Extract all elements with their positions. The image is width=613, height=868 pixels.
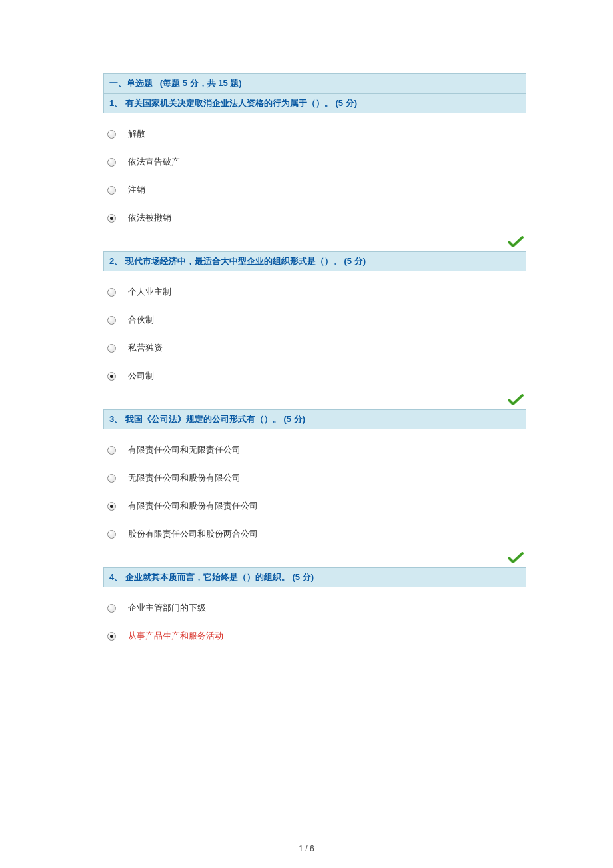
question-number: 3、: [109, 414, 123, 424]
question-number: 2、: [109, 256, 123, 266]
section-label-prefix: 一、单选题: [109, 78, 153, 88]
page: 一、单选题 (每题 5 分，共 15 题) 1、 有关国家机关决定取消企业法人资…: [0, 0, 613, 868]
option-label: 私营独资: [128, 342, 163, 354]
question-number: 4、: [109, 572, 123, 582]
option-row: 依法被撤销: [103, 204, 526, 232]
options-list: 企业主管部门的下级从事产品生产和服务活动: [103, 587, 526, 650]
options-list: 有限责任公司和无限责任公司无限责任公司和股份有限公司有限责任公司和股份有限责任公…: [103, 429, 526, 548]
radio-button[interactable]: [107, 344, 116, 353]
radio-button[interactable]: [107, 288, 116, 297]
question-score: (5 分): [335, 98, 357, 108]
question-header: 4、 企业就其本质而言，它始终是（）的组织。 (5 分): [103, 567, 526, 587]
option-row: 依法宣告破产: [103, 148, 526, 176]
radio-button[interactable]: [107, 158, 116, 167]
option-label: 依法被撤销: [128, 212, 171, 224]
option-row: 合伙制: [103, 306, 526, 334]
result-row: [103, 232, 526, 251]
checkmark-icon: [508, 556, 524, 566]
option-row: 公司制: [103, 362, 526, 390]
radio-button[interactable]: [107, 530, 116, 539]
option-label: 有限责任公司和无限责任公司: [128, 444, 241, 456]
radio-button[interactable]: [107, 502, 116, 511]
question-score: (5 分): [283, 414, 305, 424]
radio-button[interactable]: [107, 214, 116, 223]
checkmark-icon: [508, 398, 524, 408]
question-header: 3、 我国《公司法》规定的公司形式有（）。 (5 分): [103, 409, 526, 429]
radio-button[interactable]: [107, 186, 116, 195]
option-label: 注销: [128, 184, 145, 196]
option-row: 企业主管部门的下级: [103, 594, 526, 622]
option-row: 解散: [103, 120, 526, 148]
option-label: 依法宣告破产: [128, 156, 180, 168]
question-text: 现代市场经济中，最适合大中型企业的组织形式是（）。: [125, 256, 342, 266]
options-list: 解散依法宣告破产注销依法被撤销: [103, 113, 526, 232]
checkmark-icon: [508, 240, 524, 250]
question-text: 我国《公司法》规定的公司形式有（）。: [125, 414, 281, 424]
option-row: 私营独资: [103, 334, 526, 362]
option-row: 个人业主制: [103, 278, 526, 306]
page-number: 1 / 6: [0, 844, 613, 853]
option-label: 合伙制: [128, 314, 154, 326]
section-label-detail: (每题 5 分，共 15 题): [160, 78, 242, 88]
option-row: 股份有限责任公司和股份两合公司: [103, 520, 526, 548]
question-score: (5 分): [292, 572, 314, 582]
radio-button[interactable]: [107, 316, 116, 325]
content-area: 一、单选题 (每题 5 分，共 15 题) 1、 有关国家机关决定取消企业法人资…: [103, 73, 526, 650]
option-label: 解散: [128, 128, 145, 140]
radio-button[interactable]: [107, 372, 116, 381]
option-row: 注销: [103, 176, 526, 204]
radio-button[interactable]: [107, 474, 116, 483]
option-row: 有限责任公司和股份有限责任公司: [103, 492, 526, 520]
question-header: 2、 现代市场经济中，最适合大中型企业的组织形式是（）。 (5 分): [103, 251, 526, 271]
option-row: 从事产品生产和服务活动: [103, 622, 526, 650]
radio-button[interactable]: [107, 632, 116, 641]
radio-button[interactable]: [107, 130, 116, 139]
question-text: 有关国家机关决定取消企业法人资格的行为属于（）。: [125, 98, 333, 108]
result-row: [103, 390, 526, 409]
radio-button[interactable]: [107, 446, 116, 455]
radio-button[interactable]: [107, 604, 116, 613]
question-score: (5 分): [344, 256, 366, 266]
question-header: 1、 有关国家机关决定取消企业法人资格的行为属于（）。 (5 分): [103, 93, 526, 113]
option-label: 股份有限责任公司和股份两合公司: [128, 528, 258, 540]
option-label: 公司制: [128, 370, 154, 382]
option-label: 企业主管部门的下级: [128, 602, 206, 614]
option-label: 从事产品生产和服务活动: [128, 630, 223, 642]
option-label: 无限责任公司和股份有限公司: [128, 472, 241, 484]
options-list: 个人业主制合伙制私营独资公司制: [103, 271, 526, 390]
option-row: 无限责任公司和股份有限公司: [103, 464, 526, 492]
option-row: 有限责任公司和无限责任公司: [103, 436, 526, 464]
option-label: 有限责任公司和股份有限责任公司: [128, 500, 258, 512]
result-row: [103, 548, 526, 567]
question-number: 1、: [109, 98, 123, 108]
questions-container: 1、 有关国家机关决定取消企业法人资格的行为属于（）。 (5 分)解散依法宣告破…: [103, 93, 526, 650]
question-text: 企业就其本质而言，它始终是（）的组织。: [125, 572, 290, 582]
section-header: 一、单选题 (每题 5 分，共 15 题): [103, 73, 526, 93]
option-label: 个人业主制: [128, 286, 171, 298]
